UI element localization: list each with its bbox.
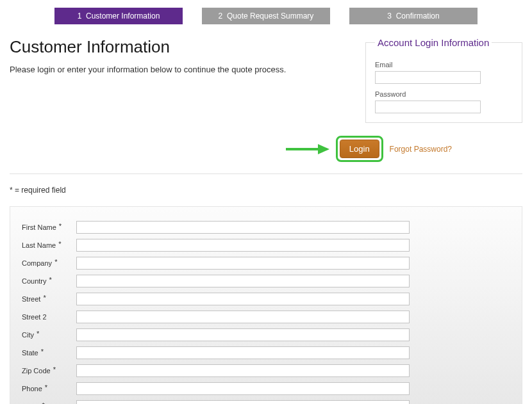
required-asterisk: * — [47, 276, 52, 284]
required-field-note: * = required field — [10, 186, 522, 195]
phone-input[interactable] — [76, 382, 410, 395]
svg-marker-1 — [318, 144, 329, 154]
form-row: Street * — [22, 293, 510, 305]
form-row: First Name * — [22, 221, 510, 234]
first-name-input[interactable] — [76, 221, 410, 234]
field-label: Zip Code * — [22, 367, 76, 375]
field-label-text: Street — [22, 295, 40, 303]
field-label-text: State — [22, 349, 38, 357]
state-input[interactable] — [76, 346, 410, 359]
form-row: Zip Code * — [22, 364, 510, 377]
required-asterisk: * — [43, 384, 47, 391]
required-asterisk: * — [35, 330, 39, 337]
forgot-password-link[interactable]: Forgot Password? — [390, 145, 452, 154]
step-number: 3 — [387, 12, 392, 20]
page-title: Customer Information — [10, 37, 365, 57]
step-number: 1 — [78, 12, 82, 20]
form-row: Country * — [22, 275, 510, 287]
login-email-input[interactable] — [375, 71, 481, 84]
form-row: City * — [22, 328, 510, 341]
country-input[interactable] — [76, 275, 410, 287]
field-label: Phone * — [22, 385, 76, 392]
form-row: Email * — [22, 400, 510, 404]
login-legend: Account Login Information — [375, 37, 492, 48]
field-label: Company * — [22, 259, 76, 267]
login-password-label: Password — [375, 90, 513, 98]
field-label-text: Zip Code — [22, 367, 51, 375]
field-label: State * — [22, 349, 76, 357]
progress-steps: 1 Customer Information 2 Quote Request S… — [10, 0, 522, 34]
login-password-input[interactable] — [375, 101, 481, 113]
last-name-input[interactable] — [76, 239, 410, 252]
step-customer-information[interactable]: 1 Customer Information — [54, 8, 183, 24]
field-label: City * — [22, 331, 76, 339]
step-quote-request-summary[interactable]: 2 Quote Request Summary — [202, 8, 330, 24]
field-label-text: Company — [22, 259, 52, 267]
field-label-text: Last Name — [22, 241, 56, 249]
form-row: Phone * — [22, 382, 510, 395]
field-label: Country * — [22, 277, 76, 285]
customer-form: First Name *Last Name *Company *Country … — [10, 206, 522, 404]
city-input[interactable] — [76, 328, 410, 341]
street-2-input[interactable] — [76, 311, 410, 323]
field-label: Last Name * — [22, 241, 76, 249]
required-asterisk: * — [53, 258, 57, 266]
step-confirmation[interactable]: 3 Confirmation — [349, 8, 478, 24]
field-label-text: First Name — [22, 223, 56, 231]
page-subtitle: Please login or enter your information b… — [10, 65, 365, 74]
required-asterisk: * — [39, 348, 44, 355]
arrow-right-icon — [285, 143, 329, 156]
field-label: First Name * — [22, 223, 76, 231]
login-button[interactable]: Login — [340, 140, 379, 158]
login-panel: Account Login Information Email Password — [365, 37, 522, 123]
login-email-label: Email — [375, 61, 513, 69]
field-label-text: Country — [22, 277, 47, 285]
field-label: Street * — [22, 295, 76, 303]
form-row: Street 2 — [22, 311, 510, 323]
step-number: 2 — [219, 12, 223, 20]
field-label-text: Phone — [22, 385, 42, 392]
company-input[interactable] — [76, 257, 410, 270]
login-button-highlight: Login — [336, 136, 383, 162]
step-label: Confirmation — [396, 12, 440, 20]
email-input[interactable] — [76, 400, 410, 404]
required-asterisk: * — [57, 222, 62, 230]
zip-code-input[interactable] — [76, 364, 410, 377]
required-asterisk: * — [51, 366, 56, 373]
field-label: Street 2 — [22, 313, 76, 321]
step-label: Customer Information — [86, 12, 160, 20]
form-row: State * — [22, 346, 510, 359]
required-asterisk: * — [56, 240, 61, 248]
field-label-text: Street 2 — [22, 313, 47, 321]
field-label-text: City — [22, 331, 34, 339]
form-row: Last Name * — [22, 239, 510, 252]
required-asterisk: * — [41, 294, 46, 302]
street-input[interactable] — [76, 293, 410, 305]
step-label: Quote Request Summary — [227, 12, 313, 20]
required-asterisk: * — [40, 401, 45, 404]
form-row: Company * — [22, 257, 510, 270]
